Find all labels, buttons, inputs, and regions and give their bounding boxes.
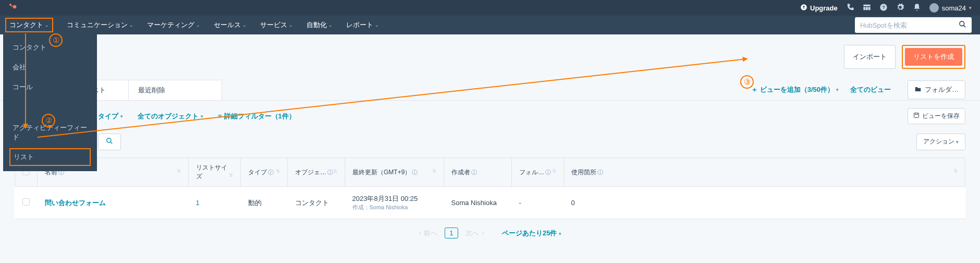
settings-icon[interactable] bbox=[896, 3, 904, 13]
filter-icon: ≡ bbox=[218, 112, 222, 120]
chevron-down-icon: ▾ bbox=[969, 5, 972, 10]
actions-dropdown[interactable]: アクション ▾ bbox=[916, 134, 965, 150]
username-label: soma24 bbox=[942, 4, 966, 12]
navbar: コンタクト⌄ コミュニケーション⌄ マーケティング⌄ セールス⌄ サービス⌄ 自… bbox=[0, 16, 980, 34]
sort-icon[interactable]: ⇅ bbox=[432, 168, 436, 174]
info-icon[interactable]: ⓘ bbox=[327, 169, 333, 175]
sort-icon[interactable]: ⇅ bbox=[333, 168, 337, 174]
svg-rect-12 bbox=[914, 113, 919, 118]
svg-rect-5 bbox=[863, 7, 865, 10]
chevron-down-icon: ⌄ bbox=[196, 22, 200, 28]
nav-marketing[interactable]: マーケティング⌄ bbox=[147, 18, 200, 32]
info-icon[interactable]: ⓘ bbox=[545, 169, 551, 175]
lists-table: 名前ⓘ⇅ リストサイズ⇅ タイプⓘ⇅ オブジェ…ⓘ⇅ 最終更新（GMT+9）ⓘ⇅… bbox=[15, 158, 965, 219]
save-icon bbox=[913, 112, 920, 120]
list-type: 動的 bbox=[248, 199, 262, 207]
pagination: ‹前へ 1 次へ› ページあたり25件 ▾ bbox=[0, 219, 980, 247]
svg-rect-7 bbox=[868, 7, 870, 10]
search-icon[interactable] bbox=[959, 20, 966, 30]
sort-icon[interactable]: ⇅ bbox=[953, 168, 958, 174]
search-input[interactable] bbox=[860, 21, 959, 29]
sort-icon[interactable]: ⇅ bbox=[276, 168, 280, 174]
marketplace-icon[interactable] bbox=[863, 3, 871, 13]
prev-button[interactable]: ‹前へ bbox=[419, 229, 437, 238]
user-menu[interactable]: soma24 ▾ bbox=[929, 3, 972, 13]
phone-icon[interactable] bbox=[846, 3, 854, 13]
info-icon[interactable]: ⓘ bbox=[597, 169, 603, 175]
chevron-left-icon: ‹ bbox=[419, 229, 421, 237]
filters-row: タイプ▾ 全てのオブジェクト▾ ≡詳細フィルター（1件） ビューを保存 bbox=[0, 101, 980, 132]
info-icon[interactable]: ⓘ bbox=[268, 169, 274, 175]
create-list-highlight: リストを作成 bbox=[902, 45, 965, 69]
nav-report[interactable]: レポート⌄ bbox=[346, 18, 379, 32]
main-content: インポート リストを作成 ✕ 使っていないリスト 最近削除 ＋ビューを追加（3/… bbox=[0, 34, 980, 247]
dropdown-companies[interactable]: 会社 bbox=[3, 57, 97, 77]
sort-icon[interactable]: ⇅ bbox=[229, 172, 233, 178]
page-number[interactable]: 1 bbox=[445, 228, 458, 238]
upgrade-label: Upgrade bbox=[810, 4, 838, 12]
nav-communication[interactable]: コミュニケーション⌄ bbox=[67, 18, 133, 32]
hubspot-logo-icon[interactable] bbox=[8, 3, 17, 14]
info-icon[interactable]: ⓘ bbox=[412, 169, 418, 175]
chevron-down-icon: ⌄ bbox=[45, 22, 49, 28]
sort-icon[interactable]: ⇅ bbox=[552, 168, 556, 174]
next-button[interactable]: 次へ› bbox=[466, 229, 484, 238]
upgrade-button[interactable]: Upgrade bbox=[800, 4, 838, 13]
import-button[interactable]: インポート bbox=[844, 45, 896, 69]
dropdown-calls[interactable]: コール bbox=[3, 77, 97, 97]
svg-point-1 bbox=[13, 5, 17, 8]
chevron-down-icon: ⌄ bbox=[328, 22, 333, 28]
filter-advanced[interactable]: ≡詳細フィルター（1件） bbox=[218, 112, 296, 121]
info-icon[interactable]: ⓘ bbox=[471, 169, 477, 175]
folder-button[interactable]: フォルダ… bbox=[908, 80, 965, 99]
nav-automation[interactable]: 自動化⌄ bbox=[307, 18, 333, 32]
global-search[interactable] bbox=[855, 17, 972, 33]
help-icon[interactable]: ? bbox=[879, 3, 888, 13]
svg-rect-4 bbox=[863, 4, 870, 6]
folder-icon bbox=[914, 86, 922, 94]
tab-recent-delete[interactable]: 最近削除 bbox=[128, 80, 222, 100]
per-page-dropdown[interactable]: ページあたり25件 ▾ bbox=[502, 229, 561, 238]
list-creator: Soma Nishioka bbox=[451, 199, 497, 207]
list-usage: 0 bbox=[571, 199, 575, 207]
list-updated-sub: 作成：Soma Nishioka bbox=[352, 204, 437, 211]
svg-rect-2 bbox=[10, 5, 13, 6]
table-row[interactable]: 問い合わせフォーム 1 動的 コンタクト 2023年8月31日 00:25作成：… bbox=[15, 187, 965, 219]
table-search-button[interactable] bbox=[98, 134, 121, 150]
list-folder: - bbox=[519, 199, 521, 207]
list-updated: 2023年8月31日 00:25 bbox=[352, 194, 437, 204]
upgrade-icon bbox=[800, 4, 807, 13]
svg-point-10 bbox=[960, 21, 964, 26]
nav-contacts[interactable]: コンタクト⌄ bbox=[5, 18, 53, 32]
list-size: 1 bbox=[196, 199, 200, 207]
svg-rect-6 bbox=[866, 7, 868, 10]
dropdown-lists[interactable]: リスト bbox=[9, 148, 91, 166]
chevron-down-icon: ▾ bbox=[836, 87, 839, 92]
chevron-down-icon: ▾ bbox=[559, 231, 561, 236]
save-view-button[interactable]: ビューを保存 bbox=[908, 108, 965, 124]
chevron-down-icon: ▾ bbox=[956, 139, 959, 145]
add-view-button[interactable]: ＋ビューを追加（3/50件）▾ bbox=[751, 85, 839, 94]
dropdown-activity[interactable]: アクティビティーフィード bbox=[3, 118, 97, 147]
dropdown-contacts[interactable]: コンタクト bbox=[3, 38, 97, 57]
checkbox-row[interactable] bbox=[22, 198, 30, 206]
svg-line-14 bbox=[111, 142, 113, 144]
nav-sales[interactable]: セールス⌄ bbox=[214, 18, 247, 32]
chevron-down-icon: ▾ bbox=[201, 114, 203, 119]
tabs-row: ✕ 使っていないリスト 最近削除 ＋ビューを追加（3/50件）▾ 全てのビュー … bbox=[0, 79, 980, 101]
sort-icon[interactable]: ⇅ bbox=[177, 168, 181, 174]
chevron-down-icon: ⌄ bbox=[129, 22, 133, 28]
create-list-button[interactable]: リストを作成 bbox=[905, 48, 962, 66]
contacts-dropdown: コンタクト 会社 コール アクティビティーフィード リスト bbox=[3, 33, 97, 171]
chevron-down-icon: ⌄ bbox=[289, 22, 293, 28]
notifications-icon[interactable] bbox=[913, 3, 921, 13]
all-views-button[interactable]: 全てのビュー bbox=[850, 85, 891, 94]
filter-all-objects[interactable]: 全てのオブジェクト▾ bbox=[138, 112, 203, 121]
list-name-link[interactable]: 問い合わせフォーム bbox=[45, 199, 106, 207]
svg-text:?: ? bbox=[882, 5, 885, 10]
plus-icon: ＋ bbox=[751, 85, 758, 94]
filter-type[interactable]: タイプ▾ bbox=[98, 112, 123, 121]
avatar-icon bbox=[929, 3, 939, 13]
chevron-right-icon: › bbox=[482, 229, 484, 237]
nav-service[interactable]: サービス⌄ bbox=[260, 18, 293, 32]
